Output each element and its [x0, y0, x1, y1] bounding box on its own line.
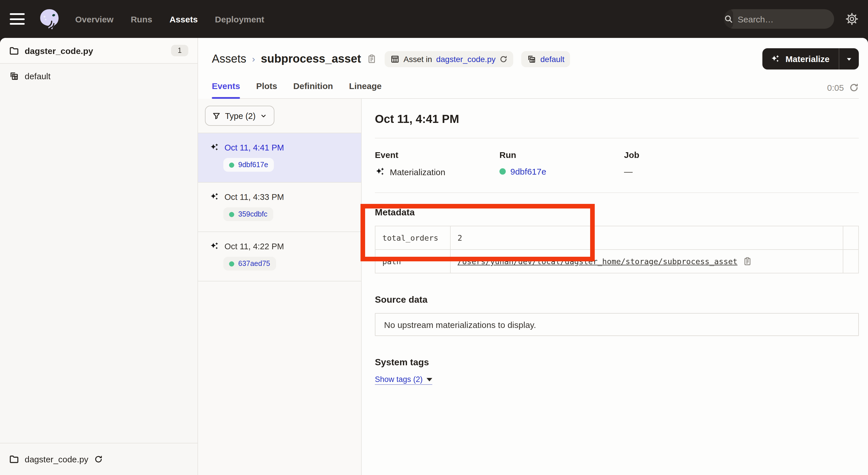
- dagster-logo[interactable]: [38, 8, 60, 30]
- sidebar-code-location-footer[interactable]: dagster_code.py: [0, 443, 197, 475]
- copy-asset-name-icon[interactable]: [367, 54, 377, 64]
- job-value: —: [624, 167, 749, 176]
- tag-prefix: Asset in: [404, 54, 432, 63]
- asset-group-tag: default: [522, 51, 570, 67]
- sidebar-item-default-group[interactable]: default: [0, 64, 197, 88]
- sidebar-item-label: default: [25, 71, 51, 81]
- materialize-button[interactable]: Materialize: [763, 48, 839, 69]
- metadata-table: total_orders 2 path /Users/yuhan/dev/loc…: [375, 226, 859, 273]
- code-location-link[interactable]: dagster_code.py: [436, 54, 495, 63]
- materialization-sparkle-icon: [375, 167, 385, 177]
- sidebar-item-label: dagster_code.py: [25, 46, 93, 55]
- asset-count-badge: 1: [171, 45, 188, 56]
- code-location-icon: [391, 54, 400, 63]
- run-tag[interactable]: 637aed75: [223, 257, 276, 270]
- run-status-dot: [229, 261, 234, 266]
- nav-item-runs[interactable]: Runs: [131, 14, 152, 24]
- table-row: total_orders 2: [375, 226, 859, 249]
- asset-group-icon: [9, 71, 19, 81]
- search-input[interactable]: [733, 14, 834, 24]
- run-status-dot: [229, 212, 234, 217]
- asset-tabs: Events Plots Definition Lineage 0:05: [212, 81, 859, 99]
- breadcrumb-assets-link[interactable]: Assets: [212, 52, 246, 65]
- run-tag[interactable]: 359cdbfc: [223, 207, 273, 221]
- sidebar-item-dagster-code[interactable]: dagster_code.py 1: [0, 38, 197, 64]
- reload-location-icon[interactable]: [94, 455, 103, 464]
- event-column-label: Event: [375, 150, 499, 160]
- refresh-icon[interactable]: [849, 83, 859, 92]
- source-data-message: No upstream materializations to display.: [384, 320, 536, 329]
- settings-gear-icon[interactable]: [846, 12, 858, 25]
- materialization-sparkle-icon: [210, 241, 219, 251]
- materialization-sparkle-icon: [210, 192, 219, 202]
- event-list-item[interactable]: Oct 11, 4:22 PM 637aed75: [198, 232, 361, 281]
- hamburger-menu-icon[interactable]: [10, 13, 25, 25]
- event-timestamp: Oct 11, 4:33 PM: [224, 192, 284, 201]
- table-row: path /Users/yuhan/dev/local/dagster_home…: [375, 249, 859, 273]
- job-column-label: Job: [624, 150, 749, 160]
- chevron-down-icon: [260, 112, 267, 119]
- event-type-filter[interactable]: Type (2): [205, 106, 274, 126]
- page-title: subprocess_asset: [261, 52, 361, 65]
- nav-item-assets[interactable]: Assets: [169, 14, 197, 24]
- run-tag[interactable]: 9dbf617e: [223, 158, 274, 172]
- breadcrumb-separator-icon: ›: [252, 54, 255, 64]
- materialize-split-button: Materialize: [763, 48, 859, 69]
- breadcrumb: Assets › subprocess_asset Asset in dagst…: [212, 48, 859, 69]
- nav-item-deployment[interactable]: Deployment: [215, 14, 265, 24]
- refresh-countdown: 0:05: [827, 83, 844, 92]
- event-timestamp: Oct 11, 4:41 PM: [224, 143, 284, 152]
- metadata-value: 2: [451, 226, 843, 249]
- caret-down-icon: [427, 378, 433, 381]
- show-tags-toggle[interactable]: Show tags (2): [375, 375, 433, 385]
- metadata-key: path: [375, 249, 451, 273]
- search-box[interactable]: /: [724, 9, 834, 29]
- source-data-heading: Source data: [375, 295, 859, 305]
- sparkle-icon: [771, 54, 780, 64]
- event-detail-title: Oct 11, 4:41 PM: [375, 113, 859, 126]
- run-id-link[interactable]: 9dbf617e: [510, 167, 546, 176]
- folder-icon: [9, 454, 19, 464]
- asset-group-link[interactable]: default: [540, 54, 565, 63]
- tab-events[interactable]: Events: [212, 81, 240, 98]
- materialization-sparkle-icon: [210, 143, 219, 152]
- copy-path-icon[interactable]: [743, 257, 752, 266]
- event-list-item[interactable]: Oct 11, 4:41 PM 9dbf617e: [198, 133, 361, 183]
- nav-item-overview[interactable]: Overview: [75, 14, 113, 24]
- event-type-value: Materialization: [390, 167, 445, 177]
- materialize-label: Materialize: [786, 54, 830, 64]
- tab-lineage[interactable]: Lineage: [349, 81, 381, 98]
- run-id-link: 637aed75: [238, 260, 270, 268]
- tab-plots[interactable]: Plots: [256, 81, 277, 98]
- event-detail-panel: Oct 11, 4:41 PM Event Materialization: [362, 99, 868, 475]
- event-summary: Event Materialization Run 9db: [375, 150, 859, 177]
- metadata-path-link[interactable]: /Users/yuhan/dev/local/dagster_home/stor…: [458, 257, 737, 266]
- run-id-link: 9dbf617e: [238, 161, 268, 169]
- code-location-sidebar: dagster_code.py 1 default dagster_code.p…: [0, 38, 198, 475]
- event-list-item[interactable]: Oct 11, 4:33 PM 359cdbfc: [198, 183, 361, 232]
- reload-icon[interactable]: [500, 55, 508, 63]
- filter-funnel-icon: [212, 112, 220, 120]
- run-status-dot: [499, 168, 506, 175]
- asset-group-icon: [527, 54, 536, 63]
- primary-nav: Overview Runs Assets Deployment: [75, 14, 265, 24]
- asset-header: Assets › subprocess_asset Asset in dagst…: [198, 38, 868, 99]
- search-icon: [724, 9, 733, 29]
- folder-icon: [9, 46, 19, 55]
- event-timestamp: Oct 11, 4:22 PM: [224, 241, 284, 251]
- metadata-key: total_orders: [375, 226, 451, 249]
- sidebar-item-label: dagster_code.py: [25, 454, 88, 464]
- run-status-dot: [229, 162, 234, 168]
- event-list-panel: Type (2) Oct 11, 4:41 PM 9dbf6: [198, 99, 362, 475]
- system-tags-heading: System tags: [375, 357, 859, 367]
- metadata-heading: Metadata: [375, 207, 859, 218]
- tab-definition[interactable]: Definition: [293, 81, 333, 98]
- asset-location-tag: Asset in dagster_code.py: [384, 51, 514, 67]
- top-nav: Overview Runs Assets Deployment /: [0, 0, 868, 38]
- show-tags-label: Show tags (2): [375, 375, 423, 384]
- source-data-empty-state: No upstream materializations to display.: [375, 313, 859, 336]
- chevron-down-icon: [846, 55, 852, 62]
- run-id-link: 359cdbfc: [238, 210, 267, 218]
- materialize-options-button[interactable]: [839, 48, 859, 69]
- filter-label: Type (2): [225, 111, 255, 120]
